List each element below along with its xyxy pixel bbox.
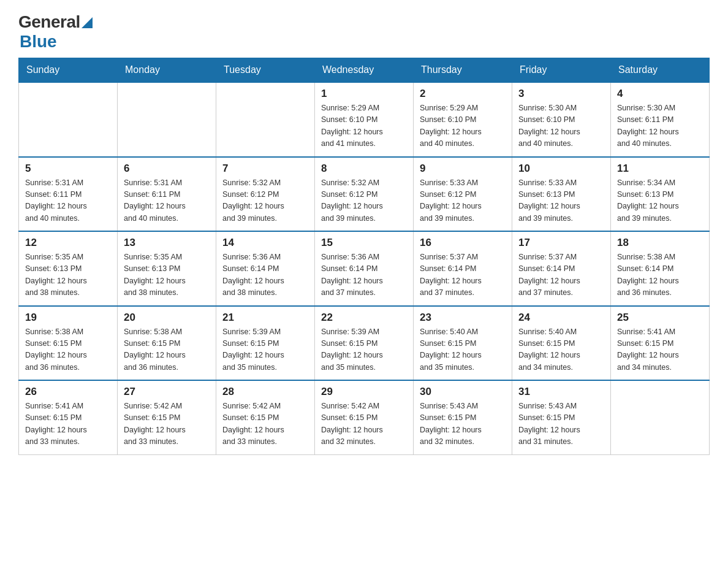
day-info: Sunrise: 5:36 AMSunset: 6:14 PMDaylight:… [321, 251, 407, 299]
calendar-cell: 2Sunrise: 5:29 AMSunset: 6:10 PMDaylight… [414, 82, 512, 157]
day-number: 3 [518, 88, 604, 100]
day-number: 28 [222, 386, 308, 398]
day-number: 15 [321, 237, 407, 249]
weekday-header-wednesday: Wednesday [315, 58, 414, 83]
calendar-cell: 7Sunrise: 5:32 AMSunset: 6:12 PMDaylight… [216, 157, 315, 232]
day-info: Sunrise: 5:37 AMSunset: 6:14 PMDaylight:… [518, 251, 604, 299]
day-number: 25 [617, 312, 703, 324]
calendar-cell: 16Sunrise: 5:37 AMSunset: 6:14 PMDayligh… [414, 231, 512, 306]
calendar-cell: 17Sunrise: 5:37 AMSunset: 6:14 PMDayligh… [512, 231, 611, 306]
day-number: 10 [518, 163, 604, 175]
weekday-header-friday: Friday [512, 58, 611, 83]
day-info: Sunrise: 5:39 AMSunset: 6:15 PMDaylight:… [222, 326, 308, 374]
day-number: 13 [124, 237, 210, 249]
day-number: 24 [518, 312, 604, 324]
logo-general-text: General [18, 12, 80, 32]
day-info: Sunrise: 5:29 AMSunset: 6:10 PMDaylight:… [321, 102, 407, 150]
day-number: 7 [222, 163, 308, 175]
day-number: 18 [617, 237, 703, 249]
weekday-header-monday: Monday [118, 58, 216, 83]
day-info: Sunrise: 5:40 AMSunset: 6:15 PMDaylight:… [518, 326, 604, 374]
calendar-cell: 31Sunrise: 5:43 AMSunset: 6:15 PMDayligh… [512, 380, 611, 454]
calendar-week-3: 12Sunrise: 5:35 AMSunset: 6:13 PMDayligh… [19, 231, 710, 306]
day-number: 30 [420, 386, 506, 398]
calendar-cell: 24Sunrise: 5:40 AMSunset: 6:15 PMDayligh… [512, 306, 611, 381]
day-number: 4 [617, 88, 703, 100]
calendar-week-4: 19Sunrise: 5:38 AMSunset: 6:15 PMDayligh… [19, 306, 710, 381]
calendar-cell: 10Sunrise: 5:33 AMSunset: 6:13 PMDayligh… [512, 157, 611, 232]
day-info: Sunrise: 5:33 AMSunset: 6:12 PMDaylight:… [420, 177, 506, 225]
calendar-table: SundayMondayTuesdayWednesdayThursdayFrid… [18, 58, 710, 455]
calendar-cell: 26Sunrise: 5:41 AMSunset: 6:15 PMDayligh… [19, 380, 118, 454]
logo-arrow-icon [82, 17, 93, 28]
day-info: Sunrise: 5:42 AMSunset: 6:15 PMDaylight:… [124, 400, 210, 448]
day-info: Sunrise: 5:41 AMSunset: 6:15 PMDaylight:… [617, 326, 703, 374]
calendar-cell: 23Sunrise: 5:40 AMSunset: 6:15 PMDayligh… [414, 306, 512, 381]
day-info: Sunrise: 5:42 AMSunset: 6:15 PMDaylight:… [222, 400, 308, 448]
day-info: Sunrise: 5:38 AMSunset: 6:14 PMDaylight:… [617, 251, 703, 299]
weekday-header-saturday: Saturday [611, 58, 710, 83]
calendar-week-1: 1Sunrise: 5:29 AMSunset: 6:10 PMDaylight… [19, 82, 710, 157]
calendar-cell: 13Sunrise: 5:35 AMSunset: 6:13 PMDayligh… [118, 231, 216, 306]
day-number: 20 [124, 312, 210, 324]
calendar-cell: 25Sunrise: 5:41 AMSunset: 6:15 PMDayligh… [611, 306, 710, 381]
calendar-cell: 14Sunrise: 5:36 AMSunset: 6:14 PMDayligh… [216, 231, 315, 306]
calendar-cell [216, 82, 315, 157]
calendar-week-2: 5Sunrise: 5:31 AMSunset: 6:11 PMDaylight… [19, 157, 710, 232]
calendar-cell: 8Sunrise: 5:32 AMSunset: 6:12 PMDaylight… [315, 157, 414, 232]
calendar-cell: 12Sunrise: 5:35 AMSunset: 6:13 PMDayligh… [19, 231, 118, 306]
page-header: General Blue [18, 12, 710, 52]
day-info: Sunrise: 5:43 AMSunset: 6:15 PMDaylight:… [518, 400, 604, 448]
calendar-cell: 3Sunrise: 5:30 AMSunset: 6:10 PMDaylight… [512, 82, 611, 157]
day-number: 6 [124, 163, 210, 175]
calendar-cell [19, 82, 118, 157]
calendar-cell: 28Sunrise: 5:42 AMSunset: 6:15 PMDayligh… [216, 380, 315, 454]
calendar-cell: 29Sunrise: 5:42 AMSunset: 6:15 PMDayligh… [315, 380, 414, 454]
day-info: Sunrise: 5:38 AMSunset: 6:15 PMDaylight:… [25, 326, 111, 374]
day-info: Sunrise: 5:32 AMSunset: 6:12 PMDaylight:… [222, 177, 308, 225]
calendar-cell: 21Sunrise: 5:39 AMSunset: 6:15 PMDayligh… [216, 306, 315, 381]
day-number: 1 [321, 88, 407, 100]
calendar-cell: 22Sunrise: 5:39 AMSunset: 6:15 PMDayligh… [315, 306, 414, 381]
day-number: 27 [124, 386, 210, 398]
calendar-cell: 18Sunrise: 5:38 AMSunset: 6:14 PMDayligh… [611, 231, 710, 306]
calendar-week-5: 26Sunrise: 5:41 AMSunset: 6:15 PMDayligh… [19, 380, 710, 454]
day-number: 26 [25, 386, 111, 398]
day-number: 23 [420, 312, 506, 324]
calendar-cell: 1Sunrise: 5:29 AMSunset: 6:10 PMDaylight… [315, 82, 414, 157]
day-number: 9 [420, 163, 506, 175]
day-info: Sunrise: 5:31 AMSunset: 6:11 PMDaylight:… [124, 177, 210, 225]
day-info: Sunrise: 5:37 AMSunset: 6:14 PMDaylight:… [420, 251, 506, 299]
weekday-header-thursday: Thursday [414, 58, 512, 83]
day-info: Sunrise: 5:30 AMSunset: 6:10 PMDaylight:… [518, 102, 604, 150]
day-number: 14 [222, 237, 308, 249]
day-info: Sunrise: 5:31 AMSunset: 6:11 PMDaylight:… [25, 177, 111, 225]
day-info: Sunrise: 5:40 AMSunset: 6:15 PMDaylight:… [420, 326, 506, 374]
day-number: 16 [420, 237, 506, 249]
calendar-cell [611, 380, 710, 454]
logo-blue-text: Blue [20, 32, 57, 52]
calendar-cell: 9Sunrise: 5:33 AMSunset: 6:12 PMDaylight… [414, 157, 512, 232]
weekday-header-tuesday: Tuesday [216, 58, 315, 83]
day-info: Sunrise: 5:42 AMSunset: 6:15 PMDaylight:… [321, 400, 407, 448]
day-number: 11 [617, 163, 703, 175]
day-number: 29 [321, 386, 407, 398]
day-number: 2 [420, 88, 506, 100]
calendar-cell: 5Sunrise: 5:31 AMSunset: 6:11 PMDaylight… [19, 157, 118, 232]
calendar-header: SundayMondayTuesdayWednesdayThursdayFrid… [19, 58, 710, 83]
day-number: 5 [25, 163, 111, 175]
day-number: 8 [321, 163, 407, 175]
day-info: Sunrise: 5:29 AMSunset: 6:10 PMDaylight:… [420, 102, 506, 150]
calendar-cell: 4Sunrise: 5:30 AMSunset: 6:11 PMDaylight… [611, 82, 710, 157]
calendar-body: 1Sunrise: 5:29 AMSunset: 6:10 PMDaylight… [19, 82, 710, 454]
day-number: 21 [222, 312, 308, 324]
day-info: Sunrise: 5:33 AMSunset: 6:13 PMDaylight:… [518, 177, 604, 225]
weekday-header-sunday: Sunday [19, 58, 118, 83]
day-info: Sunrise: 5:43 AMSunset: 6:15 PMDaylight:… [420, 400, 506, 448]
calendar-cell [118, 82, 216, 157]
day-info: Sunrise: 5:36 AMSunset: 6:14 PMDaylight:… [222, 251, 308, 299]
day-info: Sunrise: 5:39 AMSunset: 6:15 PMDaylight:… [321, 326, 407, 374]
weekday-header-row: SundayMondayTuesdayWednesdayThursdayFrid… [19, 58, 710, 83]
day-info: Sunrise: 5:41 AMSunset: 6:15 PMDaylight:… [25, 400, 111, 448]
day-number: 22 [321, 312, 407, 324]
